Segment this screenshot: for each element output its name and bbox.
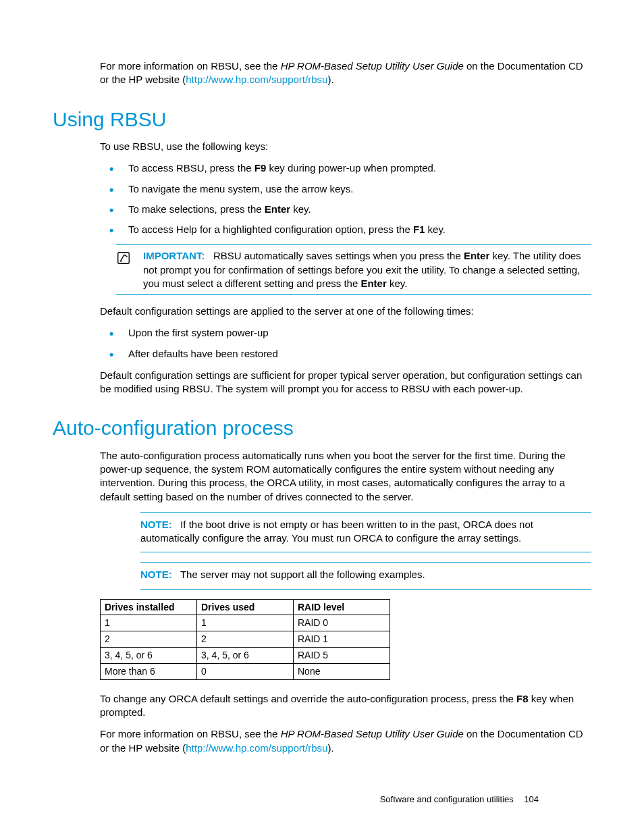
s1-bullet-list: To access RBSU, press the F9 key during …	[100, 161, 591, 236]
heading-using-rbsu: Using RBSU	[53, 106, 591, 134]
rbsu-link[interactable]: http://www.hp.com/support/rbsu	[186, 742, 327, 754]
important-body: IMPORTANT: RBSU automatically saves sett…	[143, 249, 591, 290]
page-footer: Software and configuration utilities 104	[380, 793, 539, 806]
list-item: To access RBSU, press the F9 key during …	[100, 161, 591, 175]
intro-text-1: For more information on RBSU, see the	[100, 60, 281, 72]
raid-table: Drives installed Drives used RAID level …	[100, 599, 390, 680]
note-text: The server may not support all the follo…	[180, 569, 425, 580]
intro-text-3: ).	[327, 74, 333, 85]
s1-para2: Default configuration settings are appli…	[100, 305, 591, 318]
th-raid-level: RAID level	[294, 599, 390, 615]
s1-bullet-list-2: Upon the first system power-up After def…	[100, 326, 591, 361]
s2-para2: To change any ORCA default settings and …	[100, 692, 591, 720]
intro-italic: HP ROM-Based Setup Utility User Guide	[281, 60, 464, 72]
s2-para3: For more information on RBSU, see the HP…	[100, 727, 591, 755]
list-item: To navigate the menu system, use the arr…	[100, 182, 591, 196]
important-icon	[116, 249, 143, 290]
s1-para3: Default configuration settings are suffi…	[100, 369, 591, 396]
table-row: More than 6 0 None	[101, 664, 390, 680]
important-label: IMPORTANT:	[143, 250, 205, 261]
note-label: NOTE:	[140, 569, 172, 580]
note-text: If the boot drive is not empty or has be…	[140, 519, 533, 544]
table-row: 3, 4, 5, or 6 3, 4, 5, or 6 RAID 5	[101, 648, 390, 664]
list-item: Upon the first system power-up	[100, 326, 591, 340]
footer-section: Software and configuration utilities	[380, 794, 514, 804]
svg-rect-0	[118, 253, 130, 264]
intro-paragraph: For more information on RBSU, see the HP…	[100, 59, 591, 87]
s2-para1: The auto-configuration process automatic…	[100, 449, 591, 504]
th-drives-used: Drives used	[197, 599, 294, 615]
list-item: After defaults have been restored	[100, 347, 591, 361]
heading-auto-config: Auto-configuration process	[53, 415, 591, 442]
s1-lead: To use RBSU, use the following keys:	[100, 140, 591, 153]
important-callout: IMPORTANT: RBSU automatically saves sett…	[116, 244, 591, 295]
footer-page-number: 104	[524, 794, 539, 804]
note-callout-2: NOTE: The server may not support all the…	[140, 562, 591, 589]
list-item: To access Help for a highlighted configu…	[100, 223, 591, 236]
intro-link[interactable]: http://www.hp.com/support/rbsu	[186, 74, 327, 85]
list-item: To make selections, press the Enter key.	[100, 203, 591, 216]
th-drives-installed: Drives installed	[101, 599, 197, 615]
table-row: 2 2 RAID 1	[101, 631, 390, 648]
note-label: NOTE:	[140, 519, 172, 530]
table-header-row: Drives installed Drives used RAID level	[101, 599, 390, 615]
table-row: 1 1 RAID 0	[101, 615, 390, 631]
note-callout-1: NOTE: If the boot drive is not empty or …	[140, 512, 591, 553]
